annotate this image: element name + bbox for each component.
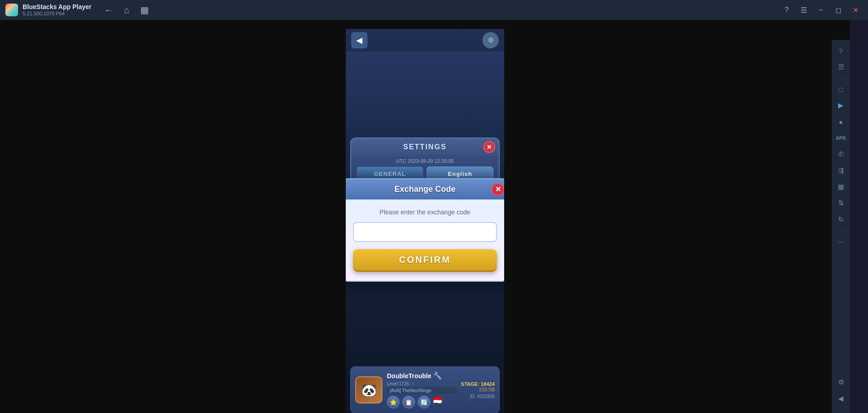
menu-sidebar-icon[interactable]: ☰ xyxy=(834,60,848,74)
player-level-row: Level:1726 ♂ xyxy=(387,381,457,386)
dialog-body: Please enter the exchange code CONFIRM xyxy=(346,199,504,281)
refresh-icon-button[interactable]: 🔄 xyxy=(418,396,430,408)
copy-nav-button[interactable]: ▦ xyxy=(138,3,151,17)
game-back-button[interactable]: ◀ xyxy=(351,32,367,48)
sidebar-bottom: ⚙ ◀ xyxy=(834,375,848,409)
resize-sidebar-icon[interactable]: ⇶ xyxy=(834,163,848,178)
minimize-button[interactable]: − xyxy=(814,3,828,17)
star-icon-button[interactable]: ⭐ xyxy=(387,396,400,408)
settings-title: SETTINGS xyxy=(403,143,447,151)
dialog-title-bar: Exchange Code ✕ xyxy=(346,179,504,199)
app-name: BlueStacks App Player xyxy=(23,3,91,11)
game-top-bar: ◀ ⚙ xyxy=(346,29,504,52)
guild-badge: [AoN] TheNeo/Ningo xyxy=(387,387,457,394)
home-nav-button[interactable]: ⌂ xyxy=(122,3,131,17)
player-card: 🐼 DoubleTrouble 🔧 Level:1726 ♂ [AoN] The… xyxy=(350,366,500,413)
dialog-instruction: Please enter the exchange code xyxy=(353,209,497,216)
game-area: ◀ ⚙ SETTINGS ✕ UTC 2023-09-20 12:20:55 G… xyxy=(346,29,504,413)
dialog-overlay: Exchange Code ✕ Please enter the exchang… xyxy=(346,178,504,282)
expand-sidebar-icon[interactable]: □ xyxy=(834,82,848,96)
dialog-close-button[interactable]: ✕ xyxy=(491,183,504,196)
sidebar-divider-2 xyxy=(835,230,846,231)
settings-close-button[interactable]: ✕ xyxy=(483,141,495,153)
scroll-icon-button[interactable]: 📋 xyxy=(402,396,415,408)
player-avatar: 🐼 xyxy=(355,376,382,404)
app-logo xyxy=(5,4,18,16)
camera-sidebar-icon[interactable]: ● xyxy=(834,114,848,129)
move-sidebar-icon[interactable]: ⇅ xyxy=(834,196,848,210)
avatar-image: 🐼 xyxy=(361,383,377,398)
player-gender: ♂ xyxy=(411,381,415,386)
help-button[interactable]: ? xyxy=(779,3,794,17)
main-content: ? ☰ □ ▶ ● APK ✆ ⇶ ▦ ⇅ ↻ ⋯ ⚙ ◀ ◀ ⚙ SETTIN… xyxy=(0,20,850,413)
player-flag: 🇮🇩 xyxy=(433,396,442,408)
help-sidebar-icon[interactable]: ? xyxy=(834,43,848,58)
title-bar: BlueStacks App Player 5.21.500.1070 P64 … xyxy=(0,0,868,20)
game-settings-button[interactable]: ⚙ xyxy=(482,32,499,48)
settings-sidebar-icon[interactable]: ⚙ xyxy=(834,375,848,389)
player-name: DoubleTrouble xyxy=(387,372,431,380)
player-level: Level:1726 xyxy=(387,381,409,386)
exchange-dialog: Exchange Code ✕ Please enter the exchang… xyxy=(346,178,504,282)
player-id-card: ID: 4201806 xyxy=(461,394,495,399)
right-sidebar: ? ☰ □ ▶ ● APK ✆ ⇶ ▦ ⇅ ↻ ⋯ ⚙ ◀ xyxy=(832,40,850,413)
menu-button[interactable]: ☰ xyxy=(796,3,811,17)
player-info: DoubleTrouble 🔧 Level:1726 ♂ [AoN] TheNe… xyxy=(387,371,457,408)
app-version: 5.21.500.1070 P64 xyxy=(23,11,91,17)
window-controls: ? ☰ − ◻ ✕ xyxy=(779,3,863,17)
right-stats: STAGE: 18424 233.5B ID: 4201806 xyxy=(461,381,495,399)
close-button[interactable]: ✕ xyxy=(848,3,863,17)
player-stats: Level:1726 ♂ [AoN] TheNeo/Ningo xyxy=(387,381,457,394)
player-name-icon: 🔧 xyxy=(433,371,442,380)
screenshot2-sidebar-icon[interactable]: ▦ xyxy=(834,180,848,194)
sidebar-divider-1 xyxy=(835,78,846,78)
back-nav-button[interactable]: ← xyxy=(102,3,115,17)
settings-timestamp: UTC 2023-09-20 12:20:55 xyxy=(351,156,499,166)
screenshot-sidebar-icon[interactable]: ✆ xyxy=(834,147,848,161)
resource-text: 233.5B xyxy=(461,387,495,392)
apk-sidebar-icon[interactable]: APK xyxy=(834,131,848,145)
restore-button[interactable]: ◻ xyxy=(831,3,845,17)
player-icons-row: ⭐ 📋 🔄 🇮🇩 xyxy=(387,396,457,408)
collapse-sidebar-icon[interactable]: ◀ xyxy=(834,391,848,406)
rotate-sidebar-icon[interactable]: ↻ xyxy=(834,212,848,227)
exchange-code-input[interactable] xyxy=(353,222,497,242)
stage-text: STAGE: 18424 xyxy=(461,381,495,387)
record-sidebar-icon[interactable]: ▶ xyxy=(834,98,848,113)
confirm-button[interactable]: CONFIRM xyxy=(353,249,497,272)
title-bar-nav: ← ⌂ ▦ xyxy=(102,3,151,17)
more-sidebar-icon[interactable]: ⋯ xyxy=(834,234,848,249)
player-name-row: DoubleTrouble 🔧 xyxy=(387,371,457,380)
dialog-title: Exchange Code xyxy=(394,185,455,194)
app-info: BlueStacks App Player 5.21.500.1070 P64 xyxy=(23,3,91,17)
settings-title-bar: SETTINGS ✕ xyxy=(351,138,499,156)
